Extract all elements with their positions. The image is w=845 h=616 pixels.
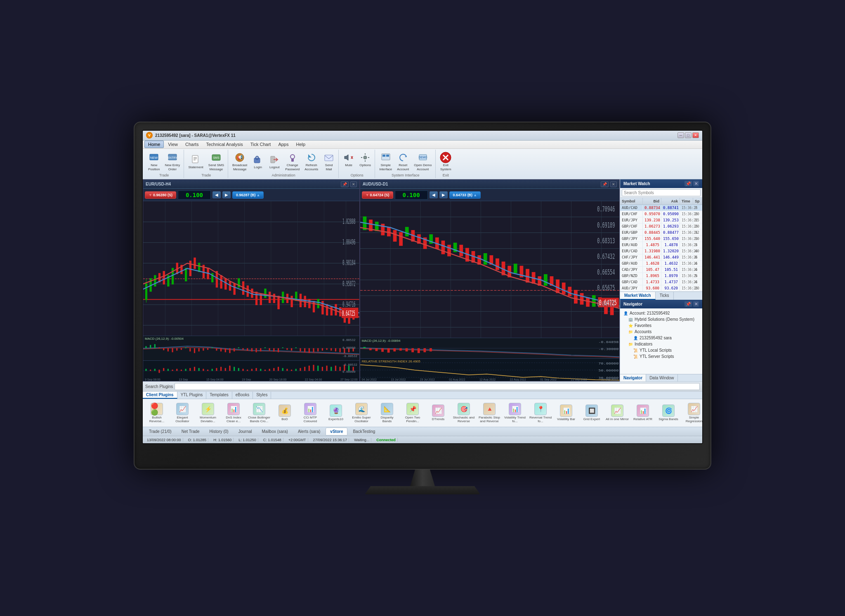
market-watch-row[interactable]: CHF/JPY 146.441 146.449 15:36:26 8 <box>620 254 702 261</box>
tab-ticks[interactable]: Ticks <box>656 292 674 300</box>
close-button[interactable]: ✕ <box>692 132 699 138</box>
plugin-item[interactable]: ⚡ Momentum Deviatio... <box>196 402 220 424</box>
search-plugins-input[interactable] <box>175 383 700 390</box>
tab-data-window[interactable]: Data Window <box>646 374 677 381</box>
market-watch-row[interactable]: EUR/JPY 139.238 139.253 15:36:26 15 <box>620 217 702 223</box>
navigator-pin[interactable]: 📌 <box>684 301 692 307</box>
nav-tree-item[interactable]: 📜YTL Server Scripts <box>622 353 701 360</box>
new-position-button[interactable]: NEW NewPosition <box>146 150 162 172</box>
tab-vstore[interactable]: vStore <box>326 428 347 435</box>
tab-trade[interactable]: Trade (21/0) <box>144 428 176 435</box>
chart-pin-eurusd[interactable]: 📌 <box>341 181 349 187</box>
menu-home[interactable]: Home <box>144 141 164 148</box>
open-demo-button[interactable]: DEMO Open DemoAccount <box>412 150 434 172</box>
plugin-item[interactable]: 📈 DTrends <box>426 404 451 422</box>
nav-tree-item[interactable]: 📜YTL Local Scripts <box>622 347 701 353</box>
login-button[interactable]: Login <box>250 153 266 171</box>
tab-backtesting[interactable]: BackTesting <box>348 428 380 435</box>
buy-button-eurusd[interactable]: 0.96287 (B) ▲ <box>232 191 264 199</box>
market-watch-row[interactable]: AUD/CAD 0.88734 0.88741 15:36:26 7 <box>620 205 702 211</box>
tab-navigator[interactable]: Navigator <box>620 374 646 381</box>
logout-button[interactable]: Logout <box>267 153 282 171</box>
tab-styles[interactable]: Styles <box>253 392 271 399</box>
plugin-item[interactable]: 💰 BoD <box>272 404 297 422</box>
market-watch-row[interactable]: GBP/NZD 1.8965 1.8970 15:36:26 5 <box>620 273 702 279</box>
plugin-item[interactable]: 🔴🟢 Bullish Reverse... <box>144 402 169 424</box>
menu-view[interactable]: View <box>165 141 181 148</box>
sell-button-audusd[interactable]: ▼ 0.64724 (S) <box>362 191 393 199</box>
change-password-button[interactable]: ChangePassword <box>283 150 302 172</box>
plugin-item[interactable]: 📊 Volatility Bar <box>554 404 578 422</box>
sell-button-eurusd[interactable]: ▼ 0.96280 (S) <box>145 191 176 199</box>
menu-charts[interactable]: Charts <box>182 141 202 148</box>
broadcast-message-button[interactable]: 📢 BroadcastMessage <box>230 150 249 172</box>
plugin-item[interactable]: 📐 Disparity Bands <box>375 402 399 424</box>
simple-interface-button[interactable]: SimpleInterface <box>377 150 394 172</box>
market-watch-row[interactable]: AUD/JPY 93.600 93.620 15:36:26 20 <box>620 285 702 292</box>
tab-ytl-plugins[interactable]: YTL Plugins <box>177 392 207 399</box>
plugin-item[interactable]: 📊 DnS Index Clean e... <box>221 402 246 424</box>
market-watch-row[interactable]: GBP/CAD 1.4733 1.4737 15:36:26 4 <box>620 279 702 285</box>
tab-net-trade[interactable]: Net Trade <box>177 428 204 435</box>
plugin-item[interactable]: 📈 Simple Regression <box>682 402 702 424</box>
nav-tree-item[interactable]: 👤2132595492 sara <box>622 335 701 341</box>
tab-market-watch[interactable]: Market Watch <box>620 292 656 300</box>
market-watch-row[interactable]: GBP/AUD 1.4628 1.4632 15:36:26 4 <box>620 261 702 267</box>
statement-button[interactable]: Statement <box>186 153 205 171</box>
send-mail-button[interactable]: SendMail <box>321 150 337 172</box>
lot-down-eurusd[interactable]: ◀ <box>212 191 221 198</box>
tab-mailbox[interactable]: Mailbox (sara) <box>257 428 293 435</box>
plugin-item[interactable]: 📍 Reversal Trend fo... <box>528 402 553 424</box>
market-watch-row[interactable]: GBP/CHF 1.06273 1.06293 15:36:26 20 <box>620 223 702 230</box>
market-watch-row[interactable]: CAD/JPY 105.47 105.51 15:36:26 4 <box>620 267 702 273</box>
plugin-item[interactable]: 📊 Relative ATR <box>630 404 655 422</box>
market-watch-row[interactable]: EUR/GBP 0.88445 0.88477 15:36:26 32 <box>620 230 702 236</box>
nav-tree-item[interactable]: 📁Indicators <box>622 341 701 347</box>
chart-pin-audusd[interactable]: 📌 <box>601 181 609 187</box>
market-watch-row[interactable]: EUR/CHF 0.95070 0.95090 15:36:26 20 <box>620 211 702 217</box>
chart-close-eurusd[interactable]: ✕ <box>350 181 357 187</box>
reset-account-button[interactable]: ResetAccount <box>395 150 411 172</box>
lot-down-audusd[interactable]: ◀ <box>430 191 438 198</box>
nav-tree-item[interactable]: 📁Accounts <box>622 329 701 335</box>
plugin-item[interactable]: 📈 All in one Mirror <box>605 404 630 422</box>
market-watch-pin[interactable]: 📌 <box>684 181 692 186</box>
maximize-button[interactable]: □ <box>685 132 692 138</box>
mute-button[interactable]: Mute <box>341 150 356 169</box>
nav-tree-item[interactable]: 👤Account: 2132595492 <box>622 310 701 316</box>
menu-tick-chart[interactable]: Tick Chart <box>247 141 274 148</box>
tab-history[interactable]: History (0) <box>205 428 233 435</box>
navigator-close[interactable]: ✕ <box>693 301 699 307</box>
plugin-item[interactable]: 📊 Volatility Trend fo... <box>503 402 527 424</box>
plugin-item[interactable]: 📊 CCi MTP Coloured <box>298 402 323 424</box>
plugin-item[interactable]: 🌊 Emilio Super Oscillator <box>349 402 374 424</box>
plugin-item[interactable]: 📌 Open Two Pendin... <box>400 402 425 424</box>
chart-close-audusd[interactable]: ✕ <box>610 181 617 187</box>
nav-tree-item[interactable]: ⭐Favorites <box>622 322 701 329</box>
nav-tree-item[interactable]: 🏢Hybrid Solutions (Demo System) <box>622 316 701 322</box>
menu-apps[interactable]: Apps <box>275 141 292 148</box>
plugin-item[interactable]: 🌀 Sigma Bands <box>656 404 681 422</box>
options-button[interactable]: Options <box>357 150 373 169</box>
new-entry-order-button[interactable]: ENTRY New EntryOrder <box>163 150 182 172</box>
plugin-item[interactable]: 🔮 Experts10 <box>323 404 348 422</box>
exit-system-button[interactable]: ExitSystem <box>438 150 453 172</box>
send-sms-button[interactable]: SMS Send SMSMessage <box>206 150 226 172</box>
lot-up-audusd[interactable]: ▶ <box>439 191 448 198</box>
plugin-item[interactable]: 🔺 Parabolic Stop and Reverse <box>477 402 502 424</box>
market-watch-row[interactable]: GBP/JPY 155.640 155.650 15:36:26 10 <box>620 236 702 242</box>
tab-client-plugins[interactable]: Client Plugins <box>143 392 177 399</box>
minimize-button[interactable]: ─ <box>677 132 684 138</box>
tab-alerts[interactable]: Alerts (sara) <box>293 428 325 435</box>
tab-templates[interactable]: Templates <box>206 392 232 399</box>
lot-up-eurusd[interactable]: ▶ <box>222 191 231 198</box>
plugin-item[interactable]: 📉 Close Bollinger Bands Cro... <box>247 402 271 424</box>
market-watch-row[interactable]: EUR/CAD 1.31980 1.32020 15:36:26 40 <box>620 248 702 254</box>
search-symbols-input[interactable] <box>622 189 701 196</box>
plugin-item[interactable]: 🔲 Grid Expert <box>579 404 604 422</box>
market-watch-row[interactable]: EUR/AUD 1.4875 1.4878 15:36:26 3 <box>620 242 702 248</box>
plugin-item[interactable]: 📈 Elegant Oscillator <box>170 402 195 424</box>
market-watch-close[interactable]: ✕ <box>693 181 699 186</box>
tab-journal[interactable]: Journal <box>234 428 257 435</box>
plugin-item[interactable]: 🎯 Stochastic and Reverse <box>451 402 476 424</box>
